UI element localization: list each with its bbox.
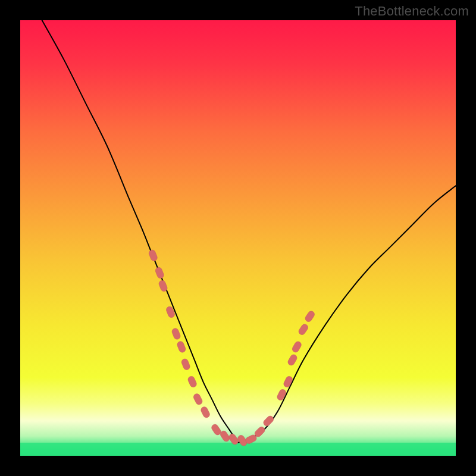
watermark: TheBottleneck.com <box>355 4 469 19</box>
svg-rect-0 <box>20 443 456 456</box>
chart-svg <box>20 20 456 456</box>
gradient-background <box>20 20 456 456</box>
bottom-band <box>20 443 456 456</box>
chart-frame: TheBottleneck.com <box>0 0 476 476</box>
plot-area <box>20 20 456 456</box>
